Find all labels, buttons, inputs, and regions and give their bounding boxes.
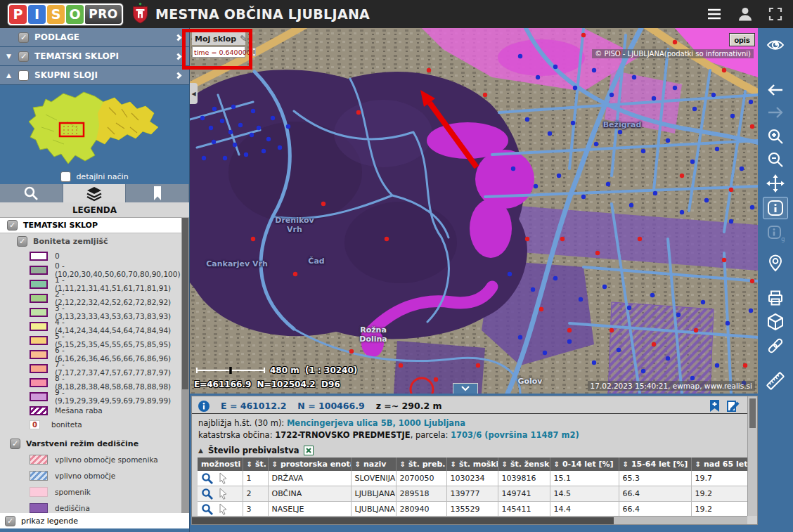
select-row-icon[interactable]	[219, 488, 228, 500]
col-st-preb[interactable]: št. preb.	[396, 458, 446, 471]
sidebar-tail	[0, 528, 189, 532]
col-15-64[interactable]: 15-64 let [%]	[619, 458, 691, 471]
forward-button[interactable]	[763, 101, 788, 124]
vscrollbar-thumb[interactable]	[749, 398, 756, 428]
locate-button[interactable]	[763, 252, 788, 274]
nearest-address-link[interactable]: Mencingerjeva ulica 5B, 1000 Ljubljana	[287, 418, 465, 428]
3d-view-button[interactable]	[763, 311, 788, 333]
menu-icon[interactable]	[706, 6, 723, 22]
prikaz-legende-checkbox[interactable]	[5, 516, 15, 526]
view-layers-button[interactable]	[763, 34, 788, 56]
panel-skupni-sloji[interactable]: ▲ SKUPNI SLOJI	[0, 66, 189, 85]
user-icon[interactable]	[737, 6, 754, 22]
edit-report-icon[interactable]	[726, 399, 740, 413]
boniteta-checkbox[interactable]	[17, 236, 27, 247]
heritage-checkbox[interactable]	[10, 439, 20, 449]
hatch-swatch	[30, 471, 48, 481]
back-button[interactable]	[763, 79, 788, 101]
logo-pro-badge: PRO	[85, 5, 122, 24]
permalink-button[interactable]	[763, 335, 788, 357]
collapse-bottom-panel-button[interactable]	[453, 383, 478, 394]
sort-icon	[272, 460, 281, 469]
tematski-expander[interactable]: ▼	[6, 53, 18, 60]
tematski-checkbox[interactable]	[18, 51, 29, 62]
legend-item: 1 - (1,11,21,31,41,51,61,71,81,91)	[0, 277, 181, 291]
opis-button[interactable]: opis	[729, 33, 755, 46]
zoom-to-row-icon[interactable]	[201, 472, 213, 484]
legend-item: vplivno območje spomenika	[0, 451, 181, 467]
location-pin-icon	[766, 254, 785, 272]
tab-search[interactable]	[0, 184, 63, 202]
color-swatch	[30, 378, 48, 387]
collapse-sidebar-button[interactable]: ◀	[190, 83, 198, 104]
table-horizontal-scrollbar[interactable]	[192, 516, 747, 524]
sort-icon	[400, 460, 408, 469]
skupni-expander[interactable]: ▲	[6, 72, 18, 79]
podlage-checkbox[interactable]	[18, 32, 29, 43]
time-stepper[interactable]: ▲▼	[252, 48, 256, 56]
export-excel-icon[interactable]	[304, 446, 314, 455]
legend-item: spomenik	[0, 484, 181, 500]
col-naziv[interactable]: naziv	[351, 458, 396, 471]
scale-bar: 480 m (1 : 30240)	[195, 365, 357, 375]
zoom-to-row-icon[interactable]	[201, 488, 213, 500]
panel-tematski-sklopi[interactable]: ▼ TEMATSKI SKLOPI	[0, 47, 189, 66]
parcel-link[interactable]: 1703/6 (površina 11487 m2)	[451, 430, 579, 440]
map-viewport[interactable]: Drenikov Vrh Cankarjev Vrh Čad Rožna Dol…	[190, 28, 758, 394]
legend-scrollbar[interactable]	[181, 218, 189, 513]
col-nad-65[interactable]: nad 65 let [%]	[691, 458, 747, 471]
table-row: 2OBČINALJUBLJANA28951813977714974114.566…	[198, 486, 747, 501]
logo-letter-p: P	[9, 5, 27, 24]
time-slider-value: time = 0.640000	[194, 48, 251, 56]
hscrollbar-thumb[interactable]	[192, 517, 614, 524]
printer-icon	[766, 289, 785, 307]
col-0-14[interactable]: 0-14 let [%]	[550, 458, 619, 471]
col-st[interactable]: št.	[243, 458, 268, 471]
skupni-checkbox[interactable]	[18, 70, 29, 81]
zoom-in-button[interactable]	[763, 125, 788, 148]
ruler-icon	[766, 371, 785, 391]
legend-scrollbar-thumb[interactable]	[182, 218, 188, 389]
legend-item: vplivno območje	[0, 467, 181, 484]
legend-item: Mešana raba	[0, 403, 181, 417]
panel-podlage[interactable]: PODLAGE	[0, 28, 189, 47]
panel-vertical-scrollbar[interactable]	[747, 396, 757, 516]
zoom-to-row-icon[interactable]	[201, 503, 213, 515]
identify-button[interactable]	[763, 197, 788, 219]
legend-footer: prikaz legende	[0, 513, 189, 528]
zoom-out-button[interactable]	[763, 148, 788, 171]
ljubljana-coat-of-arms-icon	[132, 2, 148, 27]
fullscreen-icon[interactable]	[768, 6, 783, 22]
chevron-right-icon[interactable]	[175, 53, 182, 60]
legend-item: 8 - (8,18,28,38,48,58,68,78,88,98)	[0, 375, 181, 389]
tematski-sklop-checkbox[interactable]	[7, 220, 18, 231]
tab-layers[interactable]	[63, 184, 127, 202]
select-row-icon[interactable]	[219, 503, 228, 515]
legend-item: 5 - (5,15,25,35,45,55,65,75,85,95)	[0, 333, 181, 347]
collapse-section-icon[interactable]: ▲	[198, 447, 203, 454]
edit-pencil-icon[interactable]: ✎	[240, 34, 247, 44]
boniteta-label: Boniteta zemljišč	[33, 237, 108, 246]
col-st-moskih[interactable]: št. moških	[446, 458, 498, 471]
table-row: 1DRŽAVASLOVENIJA20700501030234103981615.…	[198, 471, 747, 486]
measure-button[interactable]	[763, 370, 788, 392]
print-button[interactable]	[763, 287, 788, 309]
pan-icon	[766, 174, 785, 193]
select-row-icon[interactable]	[219, 472, 228, 484]
pan-button[interactable]	[763, 172, 788, 195]
piso-pro-logo[interactable]: P I S O PRO	[7, 3, 124, 26]
identify-group-button[interactable]: g	[763, 222, 788, 245]
tab-bookmarks[interactable]	[126, 184, 189, 202]
overview-map[interactable]	[0, 85, 189, 169]
detail-mode-checkbox[interactable]	[60, 171, 71, 182]
elevation-value: z =~ 290.2 m	[376, 401, 442, 411]
heritage-row: Varstveni režim dediščine	[0, 436, 181, 451]
add-bookmark-icon[interactable]	[709, 399, 721, 413]
chevron-right-icon[interactable]	[175, 72, 182, 79]
sort-icon	[623, 460, 631, 469]
col-st-zensk[interactable]: št. žensk	[498, 458, 550, 471]
logo-letter-o: O	[66, 5, 84, 24]
legend-group-row: TEMATSKI SKLOP	[0, 218, 181, 233]
col-prostorska-enota[interactable]: prostorska enota	[268, 458, 351, 471]
chevron-right-icon[interactable]	[175, 34, 182, 41]
